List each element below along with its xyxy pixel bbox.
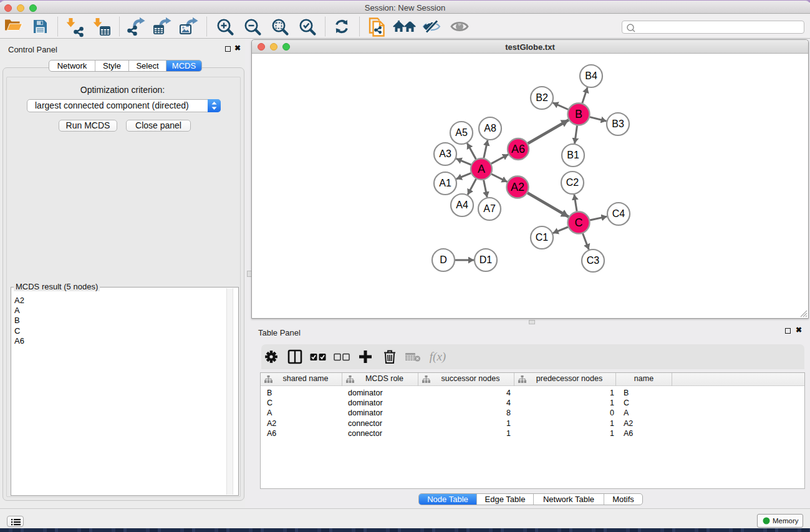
svg-text:D1: D1 — [480, 254, 493, 265]
svg-text:A: A — [478, 163, 485, 175]
svg-text:C: C — [575, 216, 583, 229]
svg-text:A2: A2 — [511, 181, 524, 193]
svg-text:B1: B1 — [567, 150, 579, 160]
svg-text:C4: C4 — [612, 208, 625, 219]
svg-text:A6: A6 — [511, 143, 525, 155]
svg-text:A8: A8 — [484, 123, 496, 133]
svg-text:A4: A4 — [456, 200, 468, 210]
svg-text:A5: A5 — [455, 127, 468, 138]
svg-text:B2: B2 — [536, 92, 548, 103]
svg-text:A3: A3 — [439, 148, 451, 159]
svg-text:C3: C3 — [587, 255, 600, 266]
svg-text:B: B — [575, 108, 582, 120]
svg-text:A1: A1 — [439, 178, 451, 188]
svg-text:B4: B4 — [585, 70, 597, 81]
svg-text:A7: A7 — [483, 203, 496, 214]
svg-text:D: D — [440, 254, 447, 265]
svg-text:C2: C2 — [566, 177, 579, 188]
svg-text:C1: C1 — [536, 232, 549, 243]
svg-text:B3: B3 — [612, 118, 624, 129]
